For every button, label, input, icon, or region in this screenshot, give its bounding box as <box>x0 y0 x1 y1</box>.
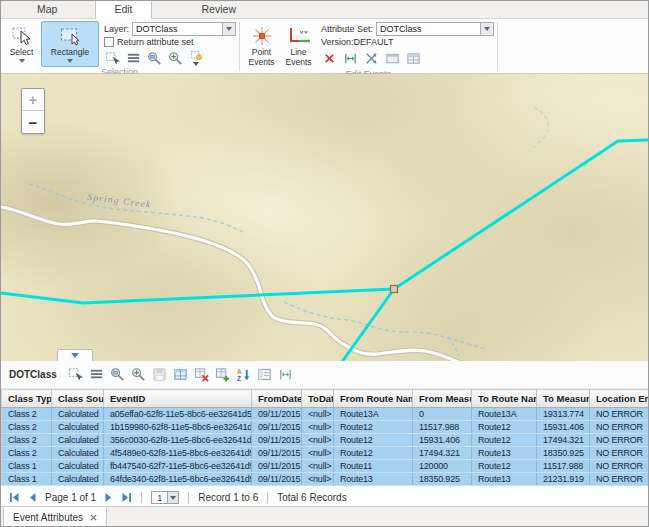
previous-page-button[interactable] <box>27 492 38 503</box>
table-cell[interactable]: 4f5489e0-62f8-11e5-8bc6-ee32641d5ec9 <box>104 447 252 460</box>
table-cell[interactable]: Calculated <box>52 460 104 473</box>
layer-dropdown-button[interactable] <box>222 23 235 35</box>
table-cell[interactable]: Class 2 <box>2 408 52 421</box>
table-row[interactable]: Class 2Calculated4f5489e0-62f8-11e5-8bc6… <box>2 447 649 460</box>
attribute-list-icon[interactable] <box>125 50 141 66</box>
table-cell[interactable]: 21231.919 <box>537 473 590 486</box>
select-features-icon[interactable] <box>67 366 84 383</box>
table-cell[interactable]: fb447540-62f7-11e5-8bc6-ee32641d5ec9 <box>104 460 252 473</box>
column-header[interactable]: To Measure <box>537 390 590 408</box>
table-cell[interactable]: Calculated <box>52 473 104 486</box>
table-cell[interactable]: 09/11/2015 <box>252 434 302 447</box>
table-cell[interactable]: 09/11/2015 <box>252 460 302 473</box>
column-header[interactable]: From Measure <box>413 390 472 408</box>
route-highlight-northeast[interactable] <box>394 140 648 289</box>
table-cell[interactable]: <null> <box>302 447 334 460</box>
table-cell[interactable]: Calculated <box>52 408 104 421</box>
attribute-set-dropdown[interactable]: DOTClass <box>376 22 494 36</box>
table-cell[interactable]: 09/11/2015 <box>252 421 302 434</box>
column-header[interactable]: Class Type <box>2 390 52 408</box>
table-cell[interactable]: Route12 <box>472 460 537 473</box>
table-cell[interactable]: Route12 <box>334 421 413 434</box>
column-header[interactable]: Class Source <box>52 390 104 408</box>
table-cell[interactable]: Calculated <box>52 434 104 447</box>
last-page-button[interactable] <box>121 492 132 503</box>
rectangle-button[interactable]: Rectangle <box>41 21 99 67</box>
layer-dropdown[interactable]: DOTClass <box>132 22 236 36</box>
table-cell[interactable]: Route13 <box>472 473 537 486</box>
table-cell[interactable]: 356c0030-62f8-11e5-8bc6-ee32641d5ec9 <box>104 434 252 447</box>
table-cell[interactable]: a05effa0-62f8-11e5-8bc6-ee32641d5ec9 <box>104 408 252 421</box>
table-row[interactable]: Class 2Calculated356c0030-62f8-11e5-8bc6… <box>2 434 649 447</box>
route-highlight-west[interactable] <box>1 289 394 303</box>
delete-row-icon[interactable] <box>193 366 210 383</box>
column-header[interactable]: ToDate <box>302 390 334 408</box>
table-cell[interactable]: Route13 <box>472 447 537 460</box>
save-icon[interactable] <box>151 366 168 383</box>
table-cell[interactable]: Route12 <box>472 421 537 434</box>
table-cell[interactable]: Route12 <box>472 434 537 447</box>
table-cell[interactable]: 1b159980-62f8-11e5-8bc6-ee32641d5ec9 <box>104 421 252 434</box>
table-cell[interactable]: Route12 <box>334 447 413 460</box>
add-row-icon[interactable] <box>214 366 231 383</box>
table-cell[interactable]: NO ERROR <box>590 460 649 473</box>
table-row[interactable]: Class 2Calculateda05effa0-62f8-11e5-8bc6… <box>2 408 649 421</box>
column-header[interactable]: FromDate <box>252 390 302 408</box>
table-cell[interactable]: 17494.321 <box>537 434 590 447</box>
map-canvas[interactable]: Spring Creek + − <box>1 74 648 361</box>
form-view-icon[interactable] <box>256 366 273 383</box>
event-grid-icon[interactable] <box>405 50 421 66</box>
line-events-button[interactable]: Line Events <box>281 21 316 69</box>
zoom-out-button[interactable]: − <box>22 111 44 133</box>
tab-edit[interactable]: Edit <box>95 0 151 19</box>
table-cell[interactable]: Class 1 <box>2 473 52 486</box>
return-attribute-set-checkbox[interactable] <box>104 37 114 47</box>
table-cell[interactable]: 09/11/2015 <box>252 447 302 460</box>
column-header[interactable]: To Route Name <box>472 390 537 408</box>
table-cell[interactable]: Class 2 <box>2 447 52 460</box>
pan-to-selection-icon[interactable] <box>167 50 183 66</box>
table-cell[interactable]: Calculated <box>52 447 104 460</box>
first-page-button[interactable] <box>9 492 20 503</box>
table-cell[interactable]: Calculated <box>52 421 104 434</box>
table-icon[interactable] <box>172 366 189 383</box>
tab-review[interactable]: Review <box>184 1 254 18</box>
point-events-button[interactable]: Point Events <box>244 21 279 69</box>
table-cell[interactable]: 11517.988 <box>413 421 472 434</box>
table-cell[interactable]: NO ERROR <box>590 434 649 447</box>
select-features-icon[interactable] <box>104 50 120 66</box>
split-event-icon[interactable] <box>363 50 379 66</box>
table-cell[interactable]: 09/11/2015 <box>252 473 302 486</box>
table-row[interactable]: Class 2Calculated1b159980-62f8-11e5-8bc6… <box>2 421 649 434</box>
table-cell[interactable]: 19313.774 <box>537 408 590 421</box>
table-cell[interactable]: NO ERROR <box>590 421 649 434</box>
table-cell[interactable]: 15931.406 <box>537 421 590 434</box>
table-cell[interactable]: Class 2 <box>2 434 52 447</box>
table-cell[interactable]: Class 2 <box>2 421 52 434</box>
table-cell[interactable]: 17494.321 <box>413 447 472 460</box>
next-page-button[interactable] <box>103 492 114 503</box>
column-header[interactable]: Location Error <box>590 390 649 408</box>
table-cell[interactable]: 0 <box>413 408 472 421</box>
table-cell[interactable]: Route13 <box>334 473 413 486</box>
close-icon[interactable] <box>90 512 97 523</box>
table-cell[interactable]: 64fde340-62f8-11e5-8bc6-ee32641d5ec9 <box>104 473 252 486</box>
table-cell[interactable]: Route13A <box>472 408 537 421</box>
table-cell[interactable]: 15931.406 <box>413 434 472 447</box>
table-cell[interactable]: NO ERROR <box>590 408 649 421</box>
table-cell[interactable]: Class 1 <box>2 460 52 473</box>
column-header[interactable]: From Route Name <box>334 390 413 408</box>
table-row[interactable]: Class 1Calculatedfb447540-62f7-11e5-8bc6… <box>2 460 649 473</box>
zoom-in-button[interactable]: + <box>22 89 44 111</box>
attribute-list-icon[interactable] <box>88 366 105 383</box>
select-button[interactable]: Select <box>4 21 39 67</box>
table-cell[interactable]: <null> <box>302 421 334 434</box>
table-cell[interactable]: Route12 <box>334 434 413 447</box>
tab-map[interactable]: Map <box>19 1 75 18</box>
route-junction-marker[interactable] <box>391 286 398 293</box>
table-cell[interactable]: 18350.925 <box>413 473 472 486</box>
sort-icon[interactable]: AZ <box>235 366 252 383</box>
page-number-dropdown[interactable]: 1 <box>151 491 179 504</box>
table-row[interactable]: Class 1Calculated64fde340-62f8-11e5-8bc6… <box>2 473 649 486</box>
event-window-icon[interactable] <box>384 50 400 66</box>
